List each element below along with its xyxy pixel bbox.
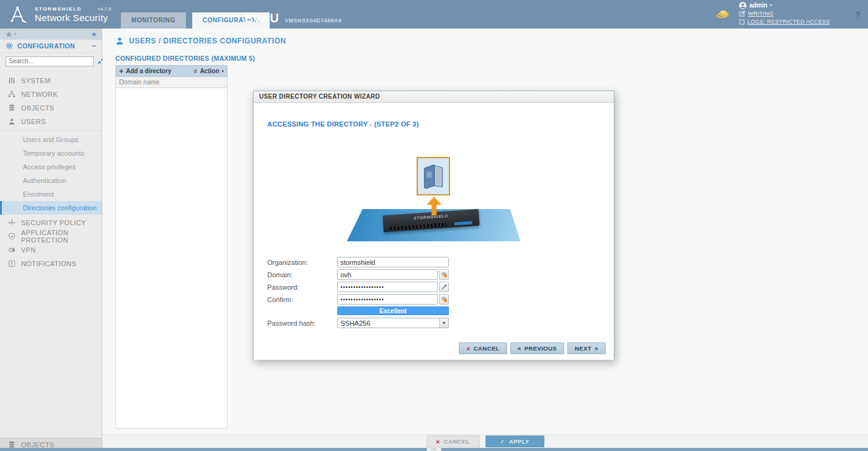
password-hash-label: Password hash: bbox=[267, 319, 337, 327]
dialog-title[interactable]: USER DIRECTORY CREATION WIZARD bbox=[254, 91, 614, 103]
wizard-buttons: × CANCEL « PREVIOUS NEXT » bbox=[459, 342, 606, 354]
footer-apply-button[interactable]: ✓ APPLY bbox=[485, 435, 544, 447]
sidebar-item-temporary-accounts[interactable]: Temporary accounts bbox=[0, 146, 102, 160]
firewall-serial: VMSNSX04D7466A9 bbox=[285, 17, 342, 24]
chevron-down-icon: ▾ bbox=[14, 32, 17, 37]
add-directory-button[interactable]: + Add a directory bbox=[119, 67, 171, 76]
stormshield-logo: STORMSHIELD v4.7.6 Network Security bbox=[0, 4, 115, 24]
sidebar: ▾ « CONFIGURATION − bbox=[0, 29, 102, 451]
edit-icon bbox=[739, 11, 745, 17]
sidebar-item-label: APPLICATION PROTECTION bbox=[21, 229, 102, 244]
confirm-label: Confirm: bbox=[267, 296, 337, 303]
dialog-body: ACCESSING THE DIRECTORY - (STEP2 OF 3) S… bbox=[254, 103, 614, 360]
app-window: STORMSHIELD v4.7.6 Network Security MONI… bbox=[0, 0, 868, 451]
support-icon[interactable] bbox=[714, 8, 730, 20]
organization-field[interactable] bbox=[337, 257, 449, 267]
tab-monitoring[interactable]: MONITORING bbox=[121, 12, 186, 29]
sliders-icon bbox=[8, 77, 16, 84]
favorites-row: ▾ « bbox=[0, 29, 102, 40]
brand-product: Network Security bbox=[35, 13, 111, 22]
password-generator-wand-icon[interactable] bbox=[439, 282, 449, 292]
database-icon bbox=[8, 104, 16, 112]
sidebar-item-enrolment[interactable]: Enrolment bbox=[0, 187, 102, 201]
sidebar-item-label: SECURITY POLICY bbox=[21, 219, 86, 226]
configuration-section-label: CONFIGURATION bbox=[17, 42, 75, 50]
search-input[interactable] bbox=[6, 56, 94, 66]
check-icon: ✓ bbox=[500, 438, 505, 445]
sidebar-item-directories-configuration[interactable]: Directories configuration bbox=[0, 201, 102, 215]
directory-illustration: STORMSHIELD bbox=[347, 157, 521, 244]
domain-field[interactable] bbox=[337, 269, 438, 280]
topbar-right-cluster: admin ▾ WRITING LOGS: RESTRICTED ACCESS … bbox=[714, 2, 861, 25]
sidebar-item-notifications[interactable]: NOTIFICATIONS bbox=[0, 257, 102, 270]
sidebar-item-security-policy[interactable]: SECURITY POLICY bbox=[0, 216, 102, 230]
wizard-cancel-button[interactable]: × CANCEL bbox=[459, 342, 507, 354]
wizard-next-label: NEXT bbox=[575, 345, 591, 352]
panel-toolbar: + Add a directory ≡ Action ▾ bbox=[115, 65, 228, 77]
sidebar-item-label: USERS bbox=[21, 118, 46, 125]
sidebar-item-users[interactable]: USERS bbox=[0, 115, 102, 128]
confirm-row: Confirm: bbox=[267, 294, 449, 305]
action-menu-button[interactable]: ≡ Action ▾ bbox=[194, 68, 224, 74]
user-icon bbox=[115, 37, 124, 45]
user-menu[interactable]: admin ▾ bbox=[739, 2, 830, 9]
sidebar-item-label: NOTIFICATIONS bbox=[21, 260, 76, 267]
firewall-name: EVAU bbox=[244, 11, 279, 25]
password-label: Password: bbox=[267, 284, 337, 291]
panel-title: CONFIGURED DIRECTORIES (MAXIMUM 5) bbox=[115, 55, 868, 62]
wizard-previous-label: PREVIOUS bbox=[525, 345, 557, 352]
domain-row: Domain: bbox=[267, 269, 449, 280]
directories-list-empty[interactable] bbox=[115, 88, 228, 429]
organization-row: Organization: bbox=[267, 257, 449, 267]
sidebar-item-users-and-groups[interactable]: Users and Groups bbox=[0, 133, 102, 146]
brand-version: v4.7.6 bbox=[98, 7, 112, 12]
password-hash-value: SSHA256 bbox=[338, 318, 439, 328]
password-strength-bar: Excellent bbox=[337, 306, 449, 315]
avatar-icon bbox=[739, 2, 746, 9]
writing-label: WRITING bbox=[748, 10, 773, 17]
appliance-accent-strip bbox=[454, 221, 472, 225]
footer-collapse-handle[interactable] bbox=[427, 447, 441, 451]
wizard-previous-button[interactable]: « PREVIOUS bbox=[510, 342, 564, 354]
password-field[interactable] bbox=[337, 282, 438, 292]
sidebar-menu: SYSTEM NETWORK OBJECTS bbox=[0, 69, 102, 438]
sidebar-item-label: SYSTEM bbox=[21, 77, 51, 84]
sidebar-item-label: VPN bbox=[21, 246, 36, 254]
favorites-menu[interactable]: ▾ bbox=[6, 31, 17, 38]
cancel-x-icon: × bbox=[466, 345, 471, 352]
column-header-domain-name[interactable]: Domain name bbox=[115, 77, 228, 88]
wizard-next-button[interactable]: NEXT » bbox=[567, 342, 606, 354]
sidebar-item-authentication[interactable]: Authentication bbox=[0, 174, 102, 187]
plus-icon: + bbox=[119, 67, 123, 76]
sidebar-item-network[interactable]: NETWORK bbox=[0, 87, 102, 101]
sidebar-item-application-protection[interactable]: APPLICATION PROTECTION bbox=[0, 230, 102, 243]
vpn-tunnel-icon bbox=[8, 246, 16, 254]
help-icon[interactable]: ? bbox=[855, 9, 861, 20]
confirm-field[interactable] bbox=[337, 294, 438, 305]
network-icon bbox=[8, 91, 16, 98]
configured-directories-panel: + Add a directory ≡ Action ▾ Domain name bbox=[115, 65, 228, 429]
sidebar-item-access-privileges[interactable]: Access privileges bbox=[0, 160, 102, 174]
user-block: admin ▾ WRITING LOGS: RESTRICTED ACCESS bbox=[739, 2, 830, 25]
chevron-down-icon: ▼ bbox=[439, 318, 448, 328]
sidebar-collapse-button[interactable]: « bbox=[92, 30, 96, 38]
password-hash-select[interactable]: SSHA256 ▼ bbox=[337, 318, 449, 328]
sidebar-item-system[interactable]: SYSTEM bbox=[0, 74, 102, 87]
user-icon bbox=[8, 118, 16, 125]
section-minimize-button[interactable]: − bbox=[92, 42, 96, 50]
sidebar-item-vpn[interactable]: VPN bbox=[0, 243, 102, 257]
configuration-section-header: CONFIGURATION − bbox=[0, 40, 102, 53]
footer-cancel-label: CANCEL bbox=[444, 438, 470, 445]
top-bar: STORMSHIELD v4.7.6 Network Security MONI… bbox=[0, 0, 868, 29]
footer-cancel-button[interactable]: × CANCEL bbox=[427, 435, 480, 447]
logs-access-link[interactable]: LOGS: RESTRICTED ACCESS bbox=[739, 18, 830, 25]
sidebar-item-label: OBJECTS bbox=[21, 104, 55, 112]
crossed-arrows-icon bbox=[8, 219, 16, 226]
apply-footer-bar: × CANCEL ✓ APPLY bbox=[102, 434, 868, 448]
writing-mode-link[interactable]: WRITING bbox=[739, 10, 830, 17]
keyboard-lock-icon[interactable] bbox=[439, 294, 449, 305]
keyboard-lock-icon[interactable] bbox=[439, 269, 449, 280]
page-title-row: USERS / DIRECTORIES CONFIGURATION bbox=[102, 29, 868, 45]
shield-icon bbox=[8, 233, 16, 240]
sidebar-item-objects[interactable]: OBJECTS bbox=[0, 101, 102, 115]
